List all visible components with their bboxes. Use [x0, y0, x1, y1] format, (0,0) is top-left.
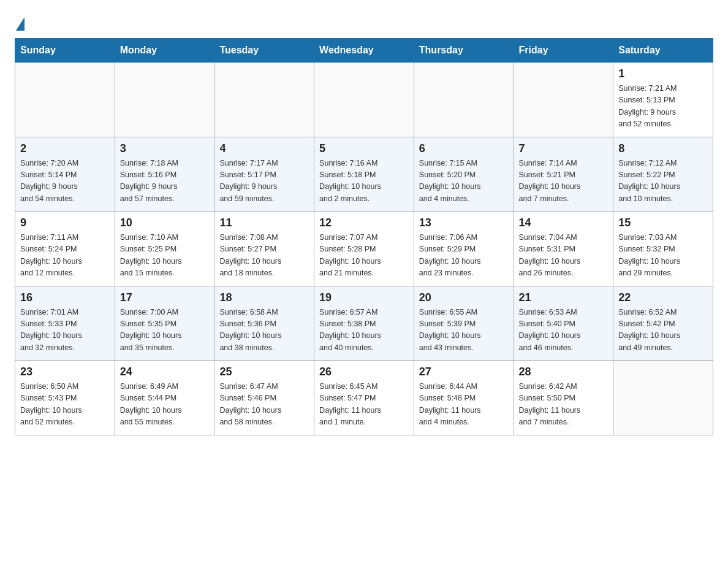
calendar-day-cell: 5Sunrise: 7:16 AMSunset: 5:18 PMDaylight…	[314, 137, 414, 212]
calendar-day-cell: 20Sunrise: 6:55 AMSunset: 5:39 PMDayligh…	[414, 286, 514, 361]
calendar-day-cell: 4Sunrise: 7:17 AMSunset: 5:17 PMDaylight…	[214, 137, 314, 212]
day-number: 25	[219, 366, 309, 378]
day-number: 10	[120, 216, 210, 229]
day-info: Sunrise: 6:58 AMSunset: 5:36 PMDaylight:…	[219, 307, 309, 354]
day-number: 21	[519, 291, 609, 304]
calendar-day-cell: 15Sunrise: 7:03 AMSunset: 5:32 PMDayligh…	[613, 212, 713, 286]
day-info: Sunrise: 7:10 AMSunset: 5:25 PMDaylight:…	[120, 232, 210, 280]
day-number: 5	[319, 142, 409, 155]
calendar-day-cell: 1Sunrise: 7:21 AMSunset: 5:13 PMDaylight…	[613, 63, 713, 137]
day-info: Sunrise: 7:00 AMSunset: 5:35 PMDaylight:…	[120, 307, 210, 354]
logo	[15, 15, 25, 27]
day-info: Sunrise: 7:18 AMSunset: 5:16 PMDaylight:…	[120, 158, 210, 205]
calendar-day-cell: 27Sunrise: 6:44 AMSunset: 5:48 PMDayligh…	[414, 361, 514, 435]
calendar-day-cell: 17Sunrise: 7:00 AMSunset: 5:35 PMDayligh…	[115, 286, 214, 361]
day-info: Sunrise: 6:53 AMSunset: 5:40 PMDaylight:…	[519, 307, 609, 354]
calendar-week-row: 9Sunrise: 7:11 AMSunset: 5:24 PMDaylight…	[15, 212, 713, 286]
calendar-table: SundayMondayTuesdayWednesdayThursdayFrid…	[15, 38, 713, 435]
calendar-day-cell: 19Sunrise: 6:57 AMSunset: 5:38 PMDayligh…	[314, 286, 414, 361]
weekday-header-tuesday: Tuesday	[214, 39, 314, 63]
day-number: 18	[219, 291, 309, 304]
day-number: 24	[120, 366, 210, 378]
calendar-day-cell	[514, 63, 613, 137]
calendar-day-cell: 16Sunrise: 7:01 AMSunset: 5:33 PMDayligh…	[15, 286, 115, 361]
calendar-day-cell: 24Sunrise: 6:49 AMSunset: 5:44 PMDayligh…	[115, 361, 214, 435]
calendar-week-row: 16Sunrise: 7:01 AMSunset: 5:33 PMDayligh…	[15, 286, 713, 361]
day-info: Sunrise: 7:11 AMSunset: 5:24 PMDaylight:…	[20, 232, 110, 280]
day-number: 16	[20, 291, 110, 304]
day-info: Sunrise: 7:06 AMSunset: 5:29 PMDaylight:…	[419, 232, 509, 280]
weekday-header-saturday: Saturday	[613, 39, 713, 63]
day-number: 19	[319, 291, 409, 304]
calendar-day-cell: 13Sunrise: 7:06 AMSunset: 5:29 PMDayligh…	[414, 212, 514, 286]
day-number: 28	[519, 366, 609, 378]
day-info: Sunrise: 7:15 AMSunset: 5:20 PMDaylight:…	[419, 158, 509, 205]
day-number: 12	[319, 216, 409, 229]
calendar-day-cell: 6Sunrise: 7:15 AMSunset: 5:20 PMDaylight…	[414, 137, 514, 212]
calendar-day-cell: 25Sunrise: 6:47 AMSunset: 5:46 PMDayligh…	[214, 361, 314, 435]
calendar-day-cell: 22Sunrise: 6:52 AMSunset: 5:42 PMDayligh…	[613, 286, 713, 361]
day-info: Sunrise: 7:21 AMSunset: 5:13 PMDaylight:…	[618, 83, 708, 131]
calendar-day-cell	[115, 63, 214, 137]
day-number: 22	[618, 291, 708, 304]
day-number: 8	[618, 142, 708, 155]
day-info: Sunrise: 7:16 AMSunset: 5:18 PMDaylight:…	[319, 158, 409, 205]
day-number: 6	[419, 142, 509, 155]
calendar-day-cell	[15, 63, 115, 137]
day-info: Sunrise: 6:49 AMSunset: 5:44 PMDaylight:…	[120, 381, 210, 429]
calendar-day-cell: 28Sunrise: 6:42 AMSunset: 5:50 PMDayligh…	[514, 361, 613, 435]
day-number: 4	[219, 142, 309, 155]
day-info: Sunrise: 7:04 AMSunset: 5:31 PMDaylight:…	[519, 232, 609, 280]
calendar-header-row: SundayMondayTuesdayWednesdayThursdayFrid…	[15, 39, 713, 63]
day-number: 2	[20, 142, 110, 155]
calendar-day-cell: 2Sunrise: 7:20 AMSunset: 5:14 PMDaylight…	[15, 137, 115, 212]
calendar-week-row: 23Sunrise: 6:50 AMSunset: 5:43 PMDayligh…	[15, 361, 713, 435]
calendar-day-cell: 26Sunrise: 6:45 AMSunset: 5:47 PMDayligh…	[314, 361, 414, 435]
calendar-day-cell: 3Sunrise: 7:18 AMSunset: 5:16 PMDaylight…	[115, 137, 214, 212]
calendar-day-cell: 12Sunrise: 7:07 AMSunset: 5:28 PMDayligh…	[314, 212, 414, 286]
calendar-day-cell: 14Sunrise: 7:04 AMSunset: 5:31 PMDayligh…	[514, 212, 613, 286]
calendar-day-cell: 10Sunrise: 7:10 AMSunset: 5:25 PMDayligh…	[115, 212, 214, 286]
day-number: 7	[519, 142, 609, 155]
calendar-day-cell: 9Sunrise: 7:11 AMSunset: 5:24 PMDaylight…	[15, 212, 115, 286]
day-number: 14	[519, 216, 609, 229]
calendar-week-row: 2Sunrise: 7:20 AMSunset: 5:14 PMDaylight…	[15, 137, 713, 212]
day-info: Sunrise: 7:07 AMSunset: 5:28 PMDaylight:…	[319, 232, 409, 280]
day-info: Sunrise: 7:14 AMSunset: 5:21 PMDaylight:…	[519, 158, 609, 205]
day-number: 9	[20, 216, 110, 229]
calendar-week-row: 1Sunrise: 7:21 AMSunset: 5:13 PMDaylight…	[15, 63, 713, 137]
calendar-day-cell	[414, 63, 514, 137]
day-number: 23	[20, 366, 110, 378]
day-info: Sunrise: 6:55 AMSunset: 5:39 PMDaylight:…	[419, 307, 509, 354]
calendar-day-cell: 7Sunrise: 7:14 AMSunset: 5:21 PMDaylight…	[514, 137, 613, 212]
calendar-day-cell	[314, 63, 414, 137]
day-info: Sunrise: 7:12 AMSunset: 5:22 PMDaylight:…	[618, 158, 708, 205]
day-info: Sunrise: 6:44 AMSunset: 5:48 PMDaylight:…	[419, 381, 509, 429]
page-header	[15, 15, 713, 27]
day-number: 11	[219, 216, 309, 229]
day-info: Sunrise: 7:17 AMSunset: 5:17 PMDaylight:…	[219, 158, 309, 205]
weekday-header-wednesday: Wednesday	[314, 39, 414, 63]
day-info: Sunrise: 7:03 AMSunset: 5:32 PMDaylight:…	[618, 232, 708, 280]
day-info: Sunrise: 6:52 AMSunset: 5:42 PMDaylight:…	[618, 307, 708, 354]
day-info: Sunrise: 7:20 AMSunset: 5:14 PMDaylight:…	[20, 158, 110, 205]
calendar-day-cell: 21Sunrise: 6:53 AMSunset: 5:40 PMDayligh…	[514, 286, 613, 361]
calendar-day-cell: 8Sunrise: 7:12 AMSunset: 5:22 PMDaylight…	[613, 137, 713, 212]
weekday-header-friday: Friday	[514, 39, 613, 63]
day-number: 15	[618, 216, 708, 229]
day-number: 1	[618, 67, 708, 80]
day-number: 17	[120, 291, 210, 304]
day-info: Sunrise: 7:01 AMSunset: 5:33 PMDaylight:…	[20, 307, 110, 354]
calendar-day-cell	[214, 63, 314, 137]
day-info: Sunrise: 7:08 AMSunset: 5:27 PMDaylight:…	[219, 232, 309, 280]
day-info: Sunrise: 6:45 AMSunset: 5:47 PMDaylight:…	[319, 381, 409, 429]
day-number: 13	[419, 216, 509, 229]
day-info: Sunrise: 6:47 AMSunset: 5:46 PMDaylight:…	[219, 381, 309, 429]
calendar-day-cell: 11Sunrise: 7:08 AMSunset: 5:27 PMDayligh…	[214, 212, 314, 286]
day-number: 20	[419, 291, 509, 304]
day-number: 26	[319, 366, 409, 378]
day-info: Sunrise: 6:57 AMSunset: 5:38 PMDaylight:…	[319, 307, 409, 354]
day-number: 27	[419, 366, 509, 378]
logo-triangle-icon	[16, 17, 25, 31]
day-info: Sunrise: 6:50 AMSunset: 5:43 PMDaylight:…	[20, 381, 110, 429]
